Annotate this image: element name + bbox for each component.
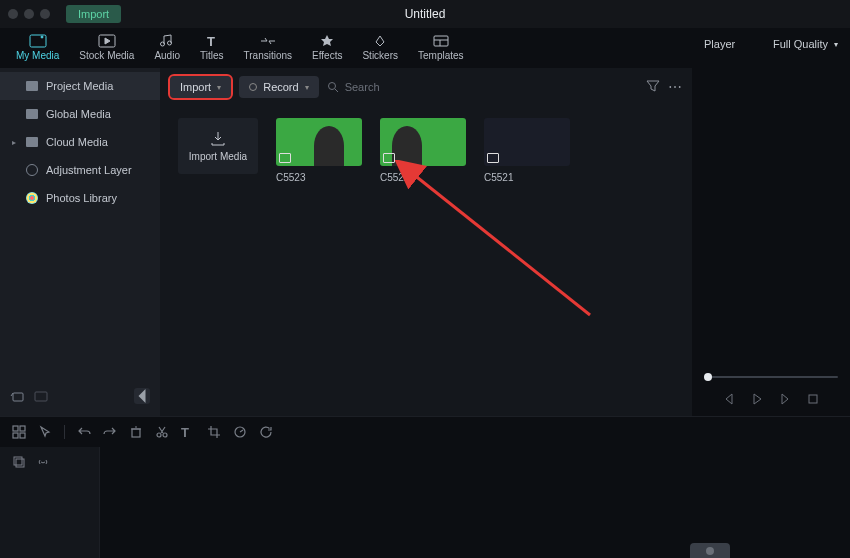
svg-point-11 <box>328 83 335 90</box>
window-controls[interactable] <box>8 9 50 19</box>
media-item[interactable]: C5523 <box>276 118 362 183</box>
timeline-handle[interactable] <box>690 543 730 558</box>
tab-stock-media[interactable]: Stock Media <box>79 34 134 68</box>
svg-marker-15 <box>139 389 146 403</box>
sidebar-footer <box>0 382 160 410</box>
sidebar-label: Project Media <box>46 80 113 92</box>
media-name: C5521 <box>484 172 570 183</box>
search-input[interactable]: Search <box>327 81 638 93</box>
sidebar-item-global-media[interactable]: Global Media <box>0 100 160 128</box>
caret-down-icon: ▾ <box>834 40 838 49</box>
import-pill[interactable]: Import <box>66 5 121 23</box>
filter-icon[interactable] <box>646 79 660 96</box>
svg-rect-29 <box>16 459 24 467</box>
tab-audio[interactable]: Audio <box>154 34 180 68</box>
tab-effects[interactable]: Effects <box>312 34 342 68</box>
speed-icon[interactable] <box>233 425 247 439</box>
play-icon[interactable] <box>750 392 764 406</box>
layer-icon[interactable] <box>12 455 26 469</box>
player-viewport[interactable] <box>692 60 850 368</box>
sidebar-item-photos-library[interactable]: Photos Library <box>0 184 160 212</box>
card-label: Import Media <box>189 151 247 162</box>
next-icon[interactable] <box>778 392 792 406</box>
tab-label: Transitions <box>244 50 293 61</box>
svg-marker-17 <box>754 394 761 404</box>
timeline-side <box>0 447 100 558</box>
import-button[interactable]: Import▾ <box>170 76 231 98</box>
grid-icon[interactable] <box>12 425 26 439</box>
sidebar: Project Media Global Media ▸Cloud Media … <box>0 68 160 416</box>
button-label: Import <box>180 81 211 93</box>
tab-label: Effects <box>312 50 342 61</box>
caret-down-icon: ▾ <box>217 83 221 92</box>
svg-rect-14 <box>35 392 47 401</box>
timeline-track[interactable] <box>100 447 850 558</box>
svg-line-12 <box>335 89 338 92</box>
player-header: Player Full Quality▾ <box>692 28 850 60</box>
svg-rect-22 <box>13 433 18 438</box>
video-badge-icon <box>279 153 291 163</box>
delete-icon[interactable] <box>129 425 143 439</box>
new-folder-icon[interactable] <box>10 389 24 403</box>
media-item[interactable]: C5522 <box>380 118 466 183</box>
record-icon <box>249 83 257 91</box>
svg-rect-19 <box>809 395 817 403</box>
tab-label: Templates <box>418 50 464 61</box>
player-scrubber[interactable] <box>692 368 850 386</box>
sidebar-label: Adjustment Layer <box>46 164 132 176</box>
pointer-icon[interactable] <box>38 425 52 439</box>
tab-transitions[interactable]: Transitions <box>244 34 293 68</box>
player-panel: Player Full Quality▾ <box>692 28 850 416</box>
svg-point-25 <box>157 433 161 437</box>
import-icon <box>210 131 226 147</box>
folder-icon <box>26 137 38 147</box>
tab-my-media[interactable]: My Media <box>16 34 59 68</box>
player-controls <box>692 386 850 416</box>
redo-icon[interactable] <box>103 425 117 439</box>
sidebar-item-project-media[interactable]: Project Media <box>0 72 160 100</box>
prev-icon[interactable] <box>722 392 736 406</box>
media-content: Import▾ Record▾ Search ⋯ Import Media C5… <box>160 68 692 416</box>
media-item[interactable]: C5521 <box>484 118 570 183</box>
tab-titles[interactable]: TTitles <box>200 34 224 68</box>
player-title: Player <box>704 38 735 50</box>
svg-rect-0 <box>30 35 46 47</box>
refresh-icon[interactable] <box>259 425 273 439</box>
sidebar-label: Photos Library <box>46 192 117 204</box>
collapse-sidebar-button[interactable] <box>134 388 150 404</box>
titlebar: Import Untitled <box>0 0 850 28</box>
svg-point-1 <box>41 36 43 38</box>
tab-label: Stock Media <box>79 50 134 61</box>
svg-rect-13 <box>13 393 23 401</box>
tab-templates[interactable]: Templates <box>418 34 464 68</box>
link-icon[interactable] <box>36 455 50 469</box>
tab-stickers[interactable]: Stickers <box>362 34 398 68</box>
sidebar-item-cloud-media[interactable]: ▸Cloud Media <box>0 128 160 156</box>
folder-icon <box>26 109 38 119</box>
media-thumbnail <box>276 118 362 166</box>
folder-icon[interactable] <box>34 389 48 403</box>
media-toolbar: Import▾ Record▾ Search ⋯ <box>160 68 692 106</box>
undo-icon[interactable] <box>77 425 91 439</box>
scrubber-handle[interactable] <box>704 373 712 381</box>
photos-icon <box>26 192 38 204</box>
svg-rect-23 <box>20 433 25 438</box>
record-button[interactable]: Record▾ <box>239 76 318 98</box>
svg-marker-3 <box>105 38 110 44</box>
folder-icon <box>26 81 38 91</box>
more-icon[interactable]: ⋯ <box>668 79 682 95</box>
document-title: Untitled <box>405 7 446 21</box>
tab-label: Audio <box>154 50 180 61</box>
tab-bar: My Media Stock Media Audio TTitles Trans… <box>0 28 692 68</box>
stop-icon[interactable] <box>806 392 820 406</box>
import-media-card[interactable]: Import Media <box>178 118 258 183</box>
svg-rect-20 <box>13 426 18 431</box>
quality-selector[interactable]: Full Quality▾ <box>773 38 838 50</box>
crop-icon[interactable] <box>207 425 221 439</box>
svg-point-26 <box>163 433 167 437</box>
cut-icon[interactable] <box>155 425 169 439</box>
sidebar-item-adjustment-layer[interactable]: Adjustment Layer <box>0 156 160 184</box>
text-tool-icon[interactable]: T <box>181 425 195 439</box>
svg-marker-7 <box>321 35 333 46</box>
sidebar-label: Global Media <box>46 108 111 120</box>
